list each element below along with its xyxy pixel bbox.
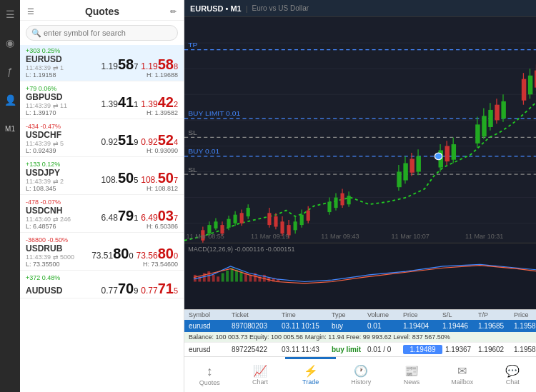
search-input[interactable] [26, 25, 178, 41]
svg-text:11 Mar 09:19: 11 Mar 09:19 [251, 233, 289, 241]
news-nav-icon: 📰 [405, 366, 419, 377]
nav-trade[interactable]: ⚡ Trade [285, 357, 336, 392]
gbpusd-time: 11:43:39 ⇄ 11 [26, 102, 67, 109]
order-symbol: eurusd [189, 322, 232, 330]
svg-text:11 Mar 10:07: 11 Mar 10:07 [392, 233, 430, 241]
order-price: 1.19404 [403, 322, 442, 330]
quote-item-usdcnh[interactable]: -478 -0.07% USDCNH 11:43:40 ⇄ 246 6.48 7… [20, 195, 184, 233]
pending-price-highlight: 1.19489 [403, 345, 442, 354]
nav-chart[interactable]: 📈 Chart [235, 357, 286, 392]
svg-rect-129 [226, 271, 229, 282]
nav-quotes[interactable]: ↕ Quotes [184, 357, 235, 392]
col-volume: Volume [367, 311, 403, 318]
sidebar-menu-icon[interactable]: ☰ [1, 6, 19, 23]
svg-rect-127 [217, 276, 219, 281]
quote-item-eurusd[interactable]: +303 0.25% EURUSD 11:43:39 ⇄ 1 1.19 58 7 [20, 45, 184, 81]
pending-time: 03.11 11:43 [282, 346, 332, 353]
col-time: Time [282, 311, 332, 318]
svg-rect-128 [222, 273, 224, 281]
eurusd-change: +303 0.25% [26, 47, 60, 54]
quotes-header: ☰ Quotes ✏ [20, 0, 184, 21]
quote-item-gbpusd[interactable]: +79 0.06% GBPUSD 11:43:39 ⇄ 11 1.39 41 1 [20, 81, 184, 119]
audusd-change: +372 0.48% [26, 274, 60, 281]
nav-mailbox[interactable]: ✉ Mailbox [437, 357, 487, 392]
pending-order-row[interactable]: eurusd 897225422 03.11 11:43 buy limit 0… [184, 342, 536, 356]
eurusd-time: 11:43:39 ⇄ 1 [26, 64, 64, 71]
chart-description: Euro vs US Dollar [252, 4, 309, 12]
usdrub-change: -36800 -0.50% [26, 236, 68, 243]
quote-item-usdrub[interactable]: -36800 -0.50% USDRUB 11:43:39 ⇄ 5000 73.… [20, 233, 184, 271]
chart-canvas-area[interactable]: TP BUY LIMIT 0.01 SL BUY 0.01 SL [184, 17, 536, 309]
usdrub-symbol: USDRUB [26, 243, 74, 253]
usdchf-lowhigh: L: 0.92439H: 0.93090 [26, 147, 178, 154]
usdchf-symbol: USDCHF [26, 130, 64, 140]
usdrub-ask: 73.56 80 0 [137, 246, 178, 261]
gbpusd-ask: 1.39 42 2 [141, 95, 178, 109]
history-nav-icon: 🕐 [354, 366, 368, 377]
eurusd-bid: 1.19 58 7 [101, 57, 139, 71]
usdcnh-time: 11:43:40 ⇄ 246 [26, 216, 71, 223]
nav-chat-label: Chat [506, 378, 520, 386]
col-type: Type [332, 311, 367, 318]
chart-header: EURUSD • M1 | Euro vs US Dollar ⊕ ▷ [184, 0, 536, 17]
sidebar-indicator-icon[interactable]: ◉ [1, 34, 19, 51]
svg-rect-126 [212, 275, 215, 282]
balance-text: Balance: 100 003.73 Equity: 100 005.56 M… [189, 333, 450, 341]
nav-news-label: News [404, 378, 420, 386]
quote-item-usdchf[interactable]: -434 -0.47% USDCHF 11:43:39 ⇄ 5 0.92 51 … [20, 119, 184, 157]
audusd-ask: 0.77 71 5 [141, 281, 178, 296]
svg-text:MACD(12,26,9) -0.000116 -0.000: MACD(12,26,9) -0.000116 -0.000151 [188, 246, 294, 253]
col-tp: T/P [478, 311, 514, 318]
quotes-panel: ☰ Quotes ✏ 🔍 +303 0.25% EURUSD 11:43:39 … [20, 0, 184, 392]
col-sl: S/L [442, 311, 478, 318]
nav-chat[interactable]: 💬 Chat [487, 357, 536, 392]
svg-text:SL: SL [188, 166, 197, 174]
quote-item-audusd[interactable]: +372 0.48% AUDUSD 0.77 70 9 0.77 71 [20, 271, 184, 298]
usdjpy-change: +133 0.12% [26, 161, 60, 168]
chat-nav-icon: 💬 [505, 366, 520, 377]
svg-rect-125 [207, 271, 210, 281]
gbpusd-bid: 1.39 41 1 [101, 95, 139, 109]
col-symbol: Symbol [189, 311, 232, 318]
quotes-menu-icon[interactable]: ☰ [27, 7, 34, 16]
nav-quotes-label: Quotes [199, 379, 220, 386]
pending-tp: 1.19602 [478, 346, 514, 353]
audusd-bid: 0.77 70 9 [101, 281, 139, 296]
quotes-nav-icon: ↕ [207, 365, 213, 378]
quote-item-usdjpy[interactable]: +133 0.12% USDJPY 11:43:39 ⇄ 2 108. 50 5 [20, 157, 184, 195]
column-headers: Symbol Ticket Time Type Volume Price S/L… [184, 309, 536, 320]
balance-bar: Balance: 100 003.73 Equity: 100 005.56 M… [184, 332, 536, 342]
active-order-row[interactable]: eurusd 897080203 03.11 10:15 buy 0.01 1.… [184, 320, 536, 332]
trade-nav-icon: ⚡ [304, 366, 318, 377]
nav-history[interactable]: 🕐 History [336, 357, 387, 392]
usdchf-bid: 0.92 51 9 [101, 133, 139, 147]
nav-history-label: History [351, 378, 371, 386]
nav-mailbox-label: Mailbox [451, 378, 473, 386]
usdrub-time: 11:43:39 ⇄ 5000 [26, 253, 74, 261]
sidebar-m1-label[interactable]: M1 [1, 120, 19, 137]
chart-symbol-label: EURUSD • M1 [190, 4, 242, 13]
quotes-edit-icon[interactable]: ✏ [170, 7, 177, 16]
usdcnh-change: -478 -0.07% [26, 198, 61, 206]
svg-text:SL: SL [188, 129, 197, 136]
gbpusd-change: +79 0.06% [26, 85, 56, 92]
sidebar-function-icon[interactable]: ƒ [1, 63, 19, 80]
svg-text:11 Mar 08:55: 11 Mar 08:55 [187, 233, 224, 241]
pending-price2: 1.19588 [514, 346, 536, 353]
order-type: buy [332, 322, 367, 330]
chart-svg: TP BUY LIMIT 0.01 SL BUY 0.01 SL [184, 17, 536, 309]
nav-chart-label: Chart [252, 378, 268, 386]
right-section: EURUSD • M1 | Euro vs US Dollar ⊕ ▷ [184, 0, 536, 392]
usdcnh-lowhigh: L: 6.48576H: 6.50386 [26, 223, 178, 230]
sidebar: ☰ ◉ ƒ 👤 M1 [0, 0, 20, 392]
pending-sl: 1.19367 [442, 346, 478, 353]
bottom-nav: ↕ Quotes 📈 Chart ⚡ Trade 🕐 History 📰 New… [184, 356, 536, 392]
svg-point-99 [435, 153, 442, 160]
order-sl: 1.19446 [442, 322, 478, 330]
svg-text:BUY 0.01: BUY 0.01 [188, 148, 219, 156]
usdchf-change: -434 -0.47% [26, 123, 61, 130]
nav-news[interactable]: 📰 News [387, 357, 437, 392]
sidebar-user-icon[interactable]: 👤 [1, 91, 19, 109]
usdrub-lowhigh: L: 73.35500H: 73.54600 [26, 261, 178, 268]
col-price2: Price [514, 311, 536, 318]
